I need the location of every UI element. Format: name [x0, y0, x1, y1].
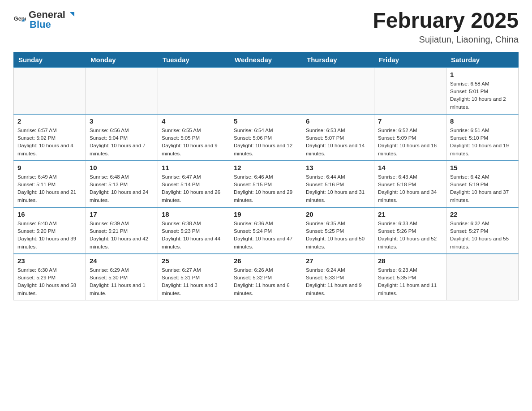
calendar-cell: 15Sunrise: 6:42 AM Sunset: 5:19 PM Dayli…	[446, 161, 519, 207]
calendar-cell	[446, 254, 519, 300]
day-number: 5	[234, 117, 298, 125]
day-info: Sunrise: 6:44 AM Sunset: 5:16 PM Dayligh…	[306, 173, 370, 204]
column-header-thursday: Thursday	[302, 52, 374, 68]
week-row-5: 23Sunrise: 6:30 AM Sunset: 5:29 PM Dayli…	[14, 254, 519, 300]
calendar-cell: 9Sunrise: 6:49 AM Sunset: 5:11 PM Daylig…	[14, 161, 86, 207]
day-info: Sunrise: 6:38 AM Sunset: 5:23 PM Dayligh…	[162, 220, 226, 251]
day-info: Sunrise: 6:32 AM Sunset: 5:27 PM Dayligh…	[450, 220, 515, 251]
day-number: 8	[450, 117, 515, 125]
calendar-cell: 19Sunrise: 6:36 AM Sunset: 5:24 PM Dayli…	[230, 207, 302, 254]
day-info: Sunrise: 6:39 AM Sunset: 5:21 PM Dayligh…	[90, 220, 154, 251]
calendar-cell: 6Sunrise: 6:53 AM Sunset: 5:07 PM Daylig…	[302, 114, 374, 161]
calendar-cell: 5Sunrise: 6:54 AM Sunset: 5:06 PM Daylig…	[230, 114, 302, 161]
calendar-cell: 27Sunrise: 6:24 AM Sunset: 5:33 PM Dayli…	[302, 254, 374, 300]
day-number: 25	[162, 257, 226, 265]
day-info: Sunrise: 6:48 AM Sunset: 5:13 PM Dayligh…	[90, 173, 154, 204]
day-info: Sunrise: 6:46 AM Sunset: 5:15 PM Dayligh…	[234, 173, 298, 204]
page-header: General General Blue February 2025 Sujia…	[13, 9, 519, 45]
calendar-cell	[86, 68, 158, 114]
day-number: 1	[450, 71, 515, 78]
day-number: 24	[90, 257, 154, 265]
day-info: Sunrise: 6:40 AM Sunset: 5:20 PM Dayligh…	[17, 220, 82, 251]
month-title: February 2025	[373, 9, 519, 33]
calendar-cell: 24Sunrise: 6:29 AM Sunset: 5:30 PM Dayli…	[86, 254, 158, 300]
day-number: 4	[162, 117, 226, 125]
day-number: 12	[234, 164, 298, 171]
calendar-cell: 7Sunrise: 6:52 AM Sunset: 5:09 PM Daylig…	[374, 114, 446, 161]
calendar-table: SundayMondayTuesdayWednesdayThursdayFrid…	[13, 52, 519, 300]
calendar-cell: 2Sunrise: 6:57 AM Sunset: 5:02 PM Daylig…	[14, 114, 86, 161]
day-info: Sunrise: 6:49 AM Sunset: 5:11 PM Dayligh…	[17, 173, 82, 204]
calendar-cell: 20Sunrise: 6:35 AM Sunset: 5:25 PM Dayli…	[302, 207, 374, 254]
calendar-header-row: SundayMondayTuesdayWednesdayThursdayFrid…	[14, 52, 519, 68]
day-number: 18	[162, 210, 226, 218]
logo-arrow-icon	[66, 9, 76, 19]
day-number: 3	[90, 117, 154, 125]
day-info: Sunrise: 6:30 AM Sunset: 5:29 PM Dayligh…	[17, 266, 82, 297]
week-row-2: 2Sunrise: 6:57 AM Sunset: 5:02 PM Daylig…	[14, 114, 519, 161]
location-subtitle: Sujiatun, Liaoning, China	[373, 34, 519, 45]
calendar-cell: 14Sunrise: 6:43 AM Sunset: 5:18 PM Dayli…	[374, 161, 446, 207]
calendar-cell: 12Sunrise: 6:46 AM Sunset: 5:15 PM Dayli…	[230, 161, 302, 207]
calendar-cell: 22Sunrise: 6:32 AM Sunset: 5:27 PM Dayli…	[446, 207, 519, 254]
day-info: Sunrise: 6:35 AM Sunset: 5:25 PM Dayligh…	[306, 220, 370, 251]
day-info: Sunrise: 6:55 AM Sunset: 5:05 PM Dayligh…	[162, 127, 226, 158]
day-number: 19	[234, 210, 298, 218]
day-number: 14	[378, 164, 442, 171]
calendar-cell	[14, 68, 86, 114]
day-number: 27	[306, 257, 370, 265]
calendar-cell	[302, 68, 374, 114]
calendar-cell: 11Sunrise: 6:47 AM Sunset: 5:14 PM Dayli…	[158, 161, 230, 207]
column-header-sunday: Sunday	[14, 52, 86, 68]
day-number: 26	[234, 257, 298, 265]
day-info: Sunrise: 6:29 AM Sunset: 5:30 PM Dayligh…	[90, 266, 154, 297]
day-info: Sunrise: 6:23 AM Sunset: 5:35 PM Dayligh…	[378, 266, 442, 297]
week-row-4: 16Sunrise: 6:40 AM Sunset: 5:20 PM Dayli…	[14, 207, 519, 254]
day-info: Sunrise: 6:27 AM Sunset: 5:31 PM Dayligh…	[162, 266, 226, 297]
calendar-cell: 4Sunrise: 6:55 AM Sunset: 5:05 PM Daylig…	[158, 114, 230, 161]
calendar-cell: 10Sunrise: 6:48 AM Sunset: 5:13 PM Dayli…	[86, 161, 158, 207]
column-header-wednesday: Wednesday	[230, 52, 302, 68]
day-number: 20	[306, 210, 370, 218]
day-info: Sunrise: 6:58 AM Sunset: 5:01 PM Dayligh…	[450, 80, 515, 111]
calendar-cell: 21Sunrise: 6:33 AM Sunset: 5:26 PM Dayli…	[374, 207, 446, 254]
day-info: Sunrise: 6:51 AM Sunset: 5:10 PM Dayligh…	[450, 127, 515, 158]
calendar-cell: 25Sunrise: 6:27 AM Sunset: 5:31 PM Dayli…	[158, 254, 230, 300]
day-info: Sunrise: 6:33 AM Sunset: 5:26 PM Dayligh…	[378, 220, 442, 251]
calendar-cell: 18Sunrise: 6:38 AM Sunset: 5:23 PM Dayli…	[158, 207, 230, 254]
day-number: 6	[306, 117, 370, 125]
calendar-cell: 1Sunrise: 6:58 AM Sunset: 5:01 PM Daylig…	[446, 68, 519, 114]
column-header-saturday: Saturday	[446, 52, 519, 68]
column-header-tuesday: Tuesday	[158, 52, 230, 68]
logo: General General Blue	[13, 9, 76, 30]
day-number: 28	[378, 257, 442, 265]
day-number: 2	[17, 117, 82, 125]
day-number: 10	[90, 164, 154, 171]
day-info: Sunrise: 6:57 AM Sunset: 5:02 PM Dayligh…	[17, 127, 82, 158]
day-number: 23	[17, 257, 82, 265]
week-row-3: 9Sunrise: 6:49 AM Sunset: 5:11 PM Daylig…	[14, 161, 519, 207]
column-header-monday: Monday	[86, 52, 158, 68]
calendar-cell	[374, 68, 446, 114]
day-info: Sunrise: 6:56 AM Sunset: 5:04 PM Dayligh…	[90, 127, 154, 158]
logo-blue-text: Blue	[30, 19, 51, 30]
day-info: Sunrise: 6:26 AM Sunset: 5:32 PM Dayligh…	[234, 266, 298, 297]
calendar-cell	[158, 68, 230, 114]
day-number: 9	[17, 164, 82, 171]
day-number: 15	[450, 164, 515, 171]
day-number: 17	[90, 210, 154, 218]
calendar-cell: 8Sunrise: 6:51 AM Sunset: 5:10 PM Daylig…	[446, 114, 519, 161]
calendar-cell: 17Sunrise: 6:39 AM Sunset: 5:21 PM Dayli…	[86, 207, 158, 254]
day-number: 11	[162, 164, 226, 171]
calendar-cell: 13Sunrise: 6:44 AM Sunset: 5:16 PM Dayli…	[302, 161, 374, 207]
calendar-cell: 28Sunrise: 6:23 AM Sunset: 5:35 PM Dayli…	[374, 254, 446, 300]
calendar-cell: 3Sunrise: 6:56 AM Sunset: 5:04 PM Daylig…	[86, 114, 158, 161]
logo-icon: General	[13, 13, 26, 26]
day-number: 13	[306, 164, 370, 171]
calendar-cell	[230, 68, 302, 114]
day-info: Sunrise: 6:47 AM Sunset: 5:14 PM Dayligh…	[162, 173, 226, 204]
day-number: 21	[378, 210, 442, 218]
day-info: Sunrise: 6:53 AM Sunset: 5:07 PM Dayligh…	[306, 127, 370, 158]
day-number: 7	[378, 117, 442, 125]
title-area: February 2025 Sujiatun, Liaoning, China	[373, 9, 519, 45]
